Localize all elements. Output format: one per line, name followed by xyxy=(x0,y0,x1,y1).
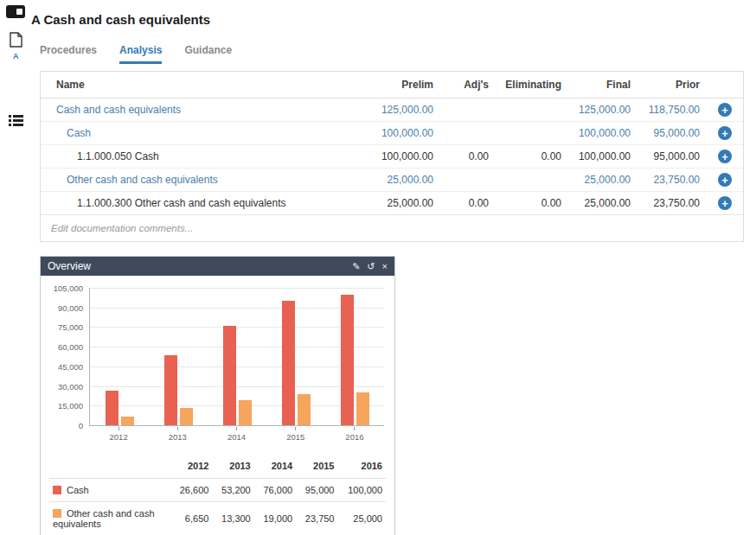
add-annotation-button[interactable]: + xyxy=(718,126,732,140)
bar-other-cash-and-cash-equivalents xyxy=(356,392,369,425)
cell-prior: 95,000.00 xyxy=(637,122,707,145)
column-header: Name xyxy=(41,72,361,99)
overview-widget: Overview ✎↺× 015,00030,00045,00060,00075… xyxy=(40,256,395,535)
year-column-header: 2016 xyxy=(338,455,387,479)
tab-analysis[interactable]: Analysis xyxy=(119,44,162,64)
tab-bar: ProceduresAnalysisGuidance xyxy=(40,44,744,64)
cell-final: 125,000.00 xyxy=(568,99,637,122)
add-annotation-button[interactable]: + xyxy=(718,196,732,210)
chart-data-table-header: 20122013201420152016 xyxy=(49,455,386,479)
cell-adjs: 0.00 xyxy=(440,145,496,169)
left-toolbar: A xyxy=(0,0,31,535)
series-label: Other cash and cash equivalents xyxy=(49,502,170,535)
y-tick-label: 105,000 xyxy=(54,283,83,293)
document-icon xyxy=(10,35,22,50)
app-window: A A Cash and cash equivalents Procedures… xyxy=(0,0,756,535)
series-value: 6,650 xyxy=(170,502,212,535)
series-row: Other cash and cash equivalents6,65013,3… xyxy=(49,502,386,535)
series-value: 53,200 xyxy=(212,479,253,502)
series-label: Cash xyxy=(49,479,170,502)
page-title: A Cash and cash equivalents xyxy=(31,12,744,27)
analysis-table-panel: NamePrelimAdj'sEliminatingFinalPrior Cas… xyxy=(40,71,744,242)
table-row: Cash and cash equivalents125,000.00125,0… xyxy=(41,99,743,122)
x-tick-label: 2014 xyxy=(207,427,266,442)
series-value: 23,750 xyxy=(296,502,337,535)
y-tick-label: 45,000 xyxy=(58,362,83,372)
cell-eliminating xyxy=(496,99,568,122)
series-value: 19,000 xyxy=(254,502,296,535)
add-annotation-button[interactable]: + xyxy=(718,150,732,163)
checklist-icon xyxy=(9,114,23,129)
series-row: Cash26,60053,20076,00095,000100,000 xyxy=(49,479,386,502)
bar-group-2015 xyxy=(282,301,311,425)
cell-prelim: 100,000.00 xyxy=(361,145,440,169)
cell-prelim: 25,000.00 xyxy=(361,169,440,192)
chart-data-table-body: Cash26,60053,20076,00095,000100,000Other… xyxy=(49,479,386,535)
cell-prior: 23,750.00 xyxy=(637,169,707,192)
checklist-nav-button[interactable] xyxy=(9,114,23,130)
cell-prior: 118,750.00 xyxy=(637,99,707,122)
column-header: Prelim xyxy=(361,72,440,99)
y-tick-label: 0 xyxy=(79,421,83,430)
legend-swatch xyxy=(53,509,61,518)
document-badge: A xyxy=(10,52,22,61)
edit-icon[interactable]: ✎ xyxy=(352,262,360,271)
chart-y-axis: 015,00030,00045,00060,00075,00090,000105… xyxy=(42,288,89,426)
close-icon[interactable]: × xyxy=(382,262,388,271)
column-header: Prior xyxy=(637,72,707,99)
history-icon[interactable]: ↺ xyxy=(367,262,375,271)
document-nav-button[interactable]: A xyxy=(10,32,22,61)
cell-final: 100,000.00 xyxy=(568,145,637,169)
y-tick-label: 15,000 xyxy=(58,401,83,411)
main-content: A Cash and cash equivalents ProceduresAn… xyxy=(31,0,756,535)
add-annotation-button[interactable]: + xyxy=(718,173,732,187)
table-row: 1.1.000.300 Other cash and cash equivale… xyxy=(41,192,743,215)
account-group-link[interactable]: Cash and cash equivalents xyxy=(41,99,361,122)
series-value: 95,000 xyxy=(296,479,337,502)
cell-prelim: 125,000.00 xyxy=(361,99,440,122)
tab-guidance[interactable]: Guidance xyxy=(184,44,232,64)
bar-cash xyxy=(223,326,236,425)
cell-adjs: 0.00 xyxy=(440,192,496,215)
cell-eliminating: 0.00 xyxy=(496,192,568,215)
year-column-header: 2014 xyxy=(254,455,296,479)
column-header: Eliminating xyxy=(496,72,568,99)
account-group-link[interactable]: Other cash and cash equivalents xyxy=(41,169,361,192)
overview-toolbar: ✎↺× xyxy=(352,262,388,271)
account-row-label: 1.1.000.300 Other cash and cash equivale… xyxy=(41,192,361,215)
documentation-comment-input[interactable]: Edit documentation comments... xyxy=(41,215,743,241)
column-header: Final xyxy=(568,72,637,99)
bar-cash xyxy=(282,301,295,425)
x-tick-label: 2012 xyxy=(89,427,148,442)
cell-prelim: 100,000.00 xyxy=(361,122,440,145)
cell-adjs xyxy=(440,99,496,122)
y-tick-label: 60,000 xyxy=(58,342,83,352)
series-value: 100,000 xyxy=(338,479,387,502)
panel-toggle-button[interactable] xyxy=(6,5,25,18)
chart-data-table: 20122013201420152016 Cash26,60053,20076,… xyxy=(49,455,386,535)
tab-procedures[interactable]: Procedures xyxy=(40,44,97,64)
cell-final: 25,000.00 xyxy=(568,169,637,192)
bar-other-cash-and-cash-equivalents xyxy=(298,394,311,425)
bar-group-2016 xyxy=(341,295,369,425)
add-annotation-button[interactable]: + xyxy=(718,103,732,117)
analysis-table: NamePrelimAdj'sEliminatingFinalPrior Cas… xyxy=(41,72,743,215)
bar-chart: 015,00030,00045,00060,00075,00090,000105… xyxy=(41,276,394,442)
cell-eliminating: 0.00 xyxy=(496,145,568,169)
chart-plot xyxy=(89,288,384,426)
cell-eliminating xyxy=(496,169,568,192)
series-value: 13,300 xyxy=(212,502,253,535)
bar-cash xyxy=(106,391,119,425)
account-group-link[interactable]: Cash xyxy=(41,122,361,145)
panel-toggle-icon xyxy=(6,5,25,18)
bar-cash xyxy=(341,295,354,425)
cell-prior: 95,000.00 xyxy=(637,145,707,169)
bar-group-2013 xyxy=(164,355,193,425)
series-value: 25,000 xyxy=(338,502,387,535)
overview-header: Overview ✎↺× xyxy=(41,257,394,276)
y-tick-label: 75,000 xyxy=(58,322,83,332)
bar-group-2012 xyxy=(106,391,134,425)
x-tick-label: 2016 xyxy=(325,427,384,442)
bar-other-cash-and-cash-equivalents xyxy=(180,408,193,425)
cell-prelim: 25,000.00 xyxy=(361,192,440,215)
